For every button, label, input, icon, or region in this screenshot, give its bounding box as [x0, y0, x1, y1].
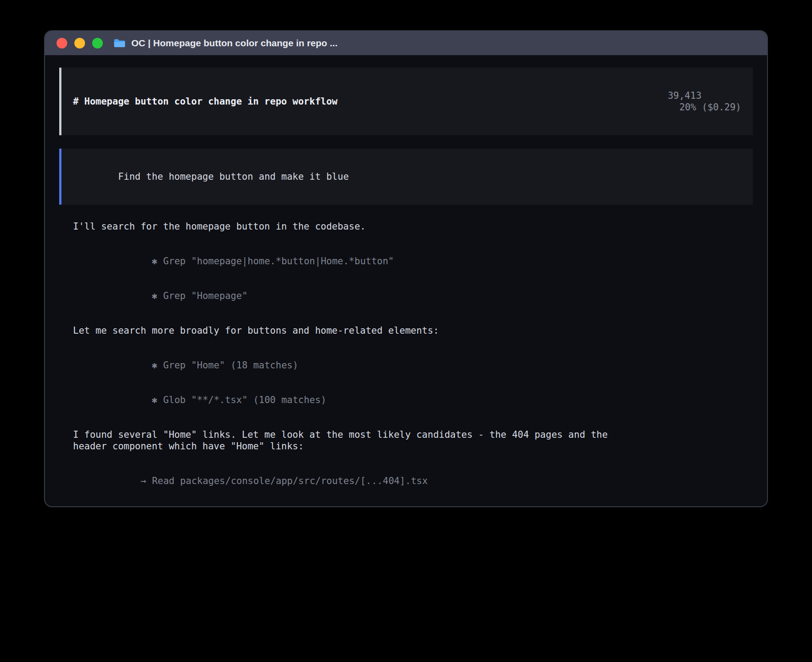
user-message-text: Find the homepage button and make it blu…	[118, 171, 349, 182]
minimize-window-button[interactable]	[74, 38, 85, 48]
tool-call-text: Grep "Homepage"	[163, 291, 248, 301]
tool-call: ✱Grep "Homepage"	[73, 279, 629, 313]
asterisk-bullet-icon: ✱	[152, 395, 158, 405]
zoom-window-button[interactable]	[92, 38, 103, 48]
assistant-text: I'll search for the homepage button in t…	[73, 221, 629, 232]
asterisk-bullet-icon: ✱	[152, 360, 158, 371]
terminal-window: OC | Homepage button color change in rep…	[44, 30, 768, 507]
folder-icon	[114, 38, 126, 48]
tool-call-group: ✱Grep "Home" (18 matches) ✱Glob "**/*.ts…	[73, 348, 629, 417]
session-stats: 39,413 20% ($0.29)	[611, 78, 741, 125]
assistant-text: Let me search more broadly for buttons a…	[73, 325, 629, 336]
window-titlebar[interactable]: OC | Homepage button color change in rep…	[45, 31, 767, 55]
arrow-right-icon: →	[141, 476, 146, 486]
traffic-lights	[57, 38, 103, 48]
user-message: Find the homepage button and make it blu…	[59, 149, 753, 205]
assistant-text: I found several "Home" links. Let me loo…	[73, 429, 629, 452]
window-title-area: OC | Homepage button color change in rep…	[114, 38, 337, 48]
close-window-button[interactable]	[57, 38, 67, 48]
terminal-content: # Homepage button color change in repo w…	[45, 55, 767, 507]
tool-call: ✱Glob "**/*.tsx" (100 matches)	[73, 383, 629, 417]
session-title: # Homepage button color change in repo w…	[73, 96, 337, 107]
tool-call: ✱Grep "Home" (18 matches)	[73, 348, 629, 383]
tool-call-text: Grep "Home" (18 matches)	[163, 360, 298, 371]
token-count: 39,413	[668, 90, 702, 101]
read-call-text: Read packages/console/app/src/routes/[..…	[152, 476, 428, 486]
tool-call-text: Grep "homepage|home.*button|Home.*button…	[163, 256, 394, 266]
asterisk-bullet-icon: ✱	[152, 291, 158, 301]
read-call: →Read packages/console/app/src/component…	[73, 498, 629, 507]
window-title: OC | Homepage button color change in rep…	[131, 38, 337, 48]
session-header: # Homepage button color change in repo w…	[59, 68, 753, 135]
context-usage: 20% ($0.29)	[679, 102, 741, 113]
tool-call-group: ✱Grep "homepage|home.*button|Home.*butto…	[73, 244, 629, 313]
desktop-background: OC | Homepage button color change in rep…	[0, 0, 812, 662]
read-call-group: →Read packages/console/app/src/routes/[.…	[73, 464, 629, 507]
asterisk-bullet-icon: ✱	[152, 256, 158, 266]
read-call: →Read packages/console/app/src/routes/[.…	[73, 464, 629, 498]
assistant-transcript: I'll search for the homepage button in t…	[73, 209, 629, 507]
tool-call: ✱Grep "homepage|home.*button|Home.*butto…	[73, 244, 629, 279]
tool-call-text: Glob "**/*.tsx" (100 matches)	[163, 395, 326, 405]
